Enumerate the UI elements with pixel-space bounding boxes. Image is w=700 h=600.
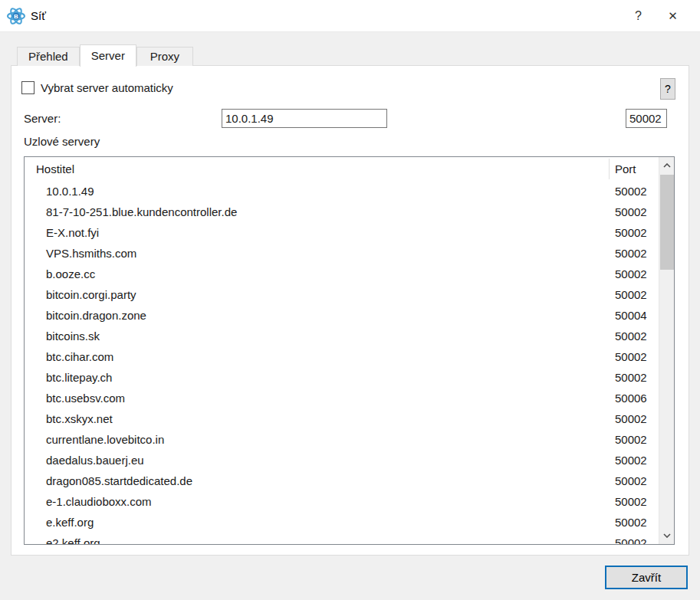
server-row[interactable]: b.ooze.cc 50002 <box>25 264 659 284</box>
server-row[interactable]: e2.keff.org 50002 <box>25 533 659 544</box>
server-row[interactable]: bitcoin.corgi.party 50002 <box>25 284 659 305</box>
autoselect-server-checkbox[interactable] <box>21 81 35 94</box>
server-tab-panel: Vybrat server automaticky ? Server: Uzlo… <box>11 65 689 556</box>
server-host-cell: e-1.claudioboxx.com <box>46 491 152 512</box>
server-host-cell: btc.xskyx.net <box>46 408 113 429</box>
server-row[interactable]: dragon085.startdedicated.de 50002 <box>25 470 659 491</box>
server-host-cell: btc.usebsv.com <box>46 388 125 408</box>
server-row[interactable]: daedalus.bauerj.eu 50002 <box>25 450 659 470</box>
vertical-scrollbar[interactable] <box>659 157 674 544</box>
server-host-cell: currentlane.lovebitco.in <box>46 429 164 450</box>
server-row[interactable]: e.keff.org 50002 <box>25 512 659 533</box>
server-host-input[interactable] <box>222 109 387 128</box>
column-header-port: Port <box>615 157 636 181</box>
server-row[interactable]: btc.litepay.ch 50002 <box>25 367 659 388</box>
column-separator <box>609 159 610 179</box>
node-server-list: Hostitel Port 10.0.1.49 50002 81-7-10-25… <box>24 156 675 545</box>
server-row[interactable]: btc.xskyx.net 50002 <box>25 408 659 429</box>
server-port-cell: 50002 <box>615 284 647 305</box>
server-port-cell: 50002 <box>615 512 647 533</box>
server-port-cell: 50002 <box>615 367 647 388</box>
server-row[interactable]: bitcoins.sk 50002 <box>25 326 659 346</box>
close-button[interactable]: Zavřít <box>605 566 688 589</box>
server-row[interactable]: bitcoin.dragon.zone 50004 <box>25 305 659 326</box>
window-title: Síť <box>31 0 46 32</box>
server-host-cell: E-X.not.fyi <box>46 222 99 243</box>
server-host-cell: daedalus.bauerj.eu <box>46 450 144 470</box>
list-header: Hostitel Port <box>25 157 659 181</box>
server-row[interactable]: btc.cihar.com 50002 <box>25 346 659 367</box>
server-port-cell: 50002 <box>615 408 647 429</box>
server-host-cell: e.keff.org <box>46 512 94 533</box>
server-port-cell: 50002 <box>615 470 647 491</box>
server-row[interactable]: e-1.claudioboxx.com 50002 <box>25 491 659 512</box>
server-host-cell: btc.litepay.ch <box>46 367 112 388</box>
tab-prehled[interactable]: Přehled <box>17 47 80 66</box>
server-port-cell: 50002 <box>615 346 647 367</box>
tab-proxy[interactable]: Proxy <box>136 47 193 66</box>
column-header-host: Hostitel <box>36 157 74 181</box>
server-port-cell: 50002 <box>615 429 647 450</box>
server-port-cell: 50002 <box>615 491 647 512</box>
server-row[interactable]: E-X.not.fyi 50002 <box>25 222 659 243</box>
server-port-cell: 50002 <box>615 202 647 222</box>
server-host-cell: e2.keff.org <box>46 533 100 544</box>
titlebar-help-button[interactable]: ? <box>621 0 656 32</box>
titlebar[interactable]: B Síť ? ✕ <box>0 0 700 32</box>
server-row[interactable]: btc.usebsv.com 50006 <box>25 388 659 408</box>
server-port-cell: 50006 <box>615 388 647 408</box>
server-port-input[interactable] <box>626 109 667 128</box>
scroll-down-icon[interactable] <box>659 527 675 544</box>
autoselect-server-label: Vybrat server automaticky <box>41 81 173 94</box>
titlebar-close-button[interactable]: ✕ <box>656 0 690 32</box>
scroll-up-icon[interactable] <box>659 157 675 174</box>
server-port-cell: 50002 <box>615 326 647 346</box>
server-row[interactable]: 10.0.1.49 50002 <box>25 181 659 202</box>
server-host-cell: 81-7-10-251.blue.kundencontroller.de <box>46 202 237 222</box>
server-port-cell: 50002 <box>615 181 647 202</box>
server-host-cell: dragon085.startdedicated.de <box>46 470 192 491</box>
node-servers-label: Uzlové servery <box>24 135 100 148</box>
server-host-cell: 10.0.1.49 <box>46 181 94 202</box>
svg-text:B: B <box>14 13 18 20</box>
list-body: 10.0.1.49 50002 81-7-10-251.blue.kundenc… <box>25 181 659 544</box>
server-port-cell: 50002 <box>615 264 647 284</box>
server-port-cell: 50002 <box>615 533 647 544</box>
tab-bar: Přehled Server Proxy <box>17 44 193 66</box>
scrollbar-thumb[interactable] <box>660 175 674 270</box>
server-help-button[interactable]: ? <box>660 78 675 100</box>
server-port-cell: 50002 <box>615 450 647 470</box>
server-field-label: Server: <box>24 110 61 128</box>
network-dialog: { "window": { "title": "Síť", "help_glyp… <box>0 0 700 600</box>
server-row[interactable]: VPS.hsmiths.com 50002 <box>25 243 659 264</box>
server-row[interactable]: currentlane.lovebitco.in 50002 <box>25 429 659 450</box>
server-host-cell: bitcoin.corgi.party <box>46 284 136 305</box>
server-port-cell: 50002 <box>615 243 647 264</box>
server-port-cell: 50002 <box>615 222 647 243</box>
server-host-cell: VPS.hsmiths.com <box>46 243 136 264</box>
electrum-logo-icon: B <box>6 6 26 26</box>
server-row[interactable]: 81-7-10-251.blue.kundencontroller.de 500… <box>25 202 659 222</box>
server-port-cell: 50004 <box>615 305 647 326</box>
server-host-cell: bitcoin.dragon.zone <box>46 305 146 326</box>
server-host-cell: b.ooze.cc <box>46 264 95 284</box>
autoselect-server-row: Vybrat server automaticky <box>21 81 173 94</box>
tab-server[interactable]: Server <box>80 44 136 67</box>
server-host-cell: bitcoins.sk <box>46 326 100 346</box>
server-host-cell: btc.cihar.com <box>46 346 113 367</box>
